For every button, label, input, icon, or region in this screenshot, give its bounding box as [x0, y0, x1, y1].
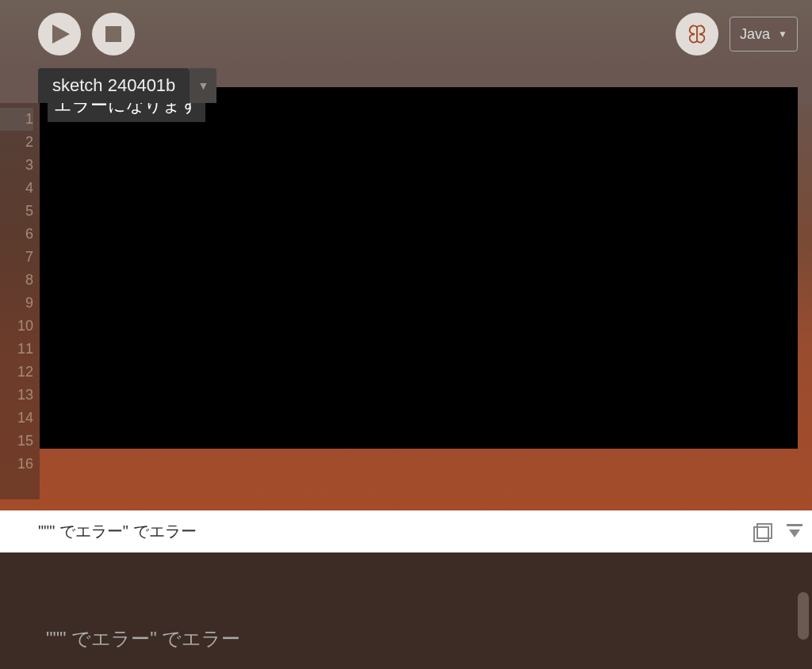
mode-select[interactable]: Java ▼ — [730, 17, 798, 52]
line-number: 7 — [0, 246, 33, 269]
line-number: 5 — [0, 200, 33, 223]
status-message: """ でエラー" でエラー — [38, 521, 197, 542]
copy-icon[interactable] — [753, 523, 771, 541]
toolbar-right: Java ▼ — [676, 13, 798, 55]
console-scrollbar[interactable] — [798, 592, 809, 640]
console-output: """ でエラー" でエラー — [46, 626, 240, 652]
line-number: 10 — [0, 315, 33, 338]
line-number: 11 — [0, 338, 33, 361]
svg-rect-1 — [105, 26, 121, 42]
caret-down-icon: ▼ — [197, 79, 209, 92]
mode-label: Java — [740, 26, 770, 43]
play-icon — [52, 25, 70, 44]
code-editor[interactable]: エラーになります — [40, 87, 798, 449]
status-bar: """ でエラー" でエラー — [0, 510, 812, 552]
line-number: 14 — [0, 407, 33, 430]
line-number: 9 — [0, 292, 33, 315]
stop-button[interactable] — [92, 13, 135, 55]
stop-icon — [105, 26, 121, 42]
line-number: 16 — [0, 453, 33, 476]
status-icons — [753, 523, 802, 541]
caret-down-icon: ▼ — [778, 29, 787, 40]
line-number: 12 — [0, 361, 33, 384]
collapse-icon[interactable] — [787, 524, 802, 540]
run-button[interactable] — [38, 13, 81, 55]
tab-dropdown[interactable]: ▼ — [190, 68, 216, 103]
sketch-tab[interactable]: sketch 240401b — [38, 68, 190, 103]
line-number: 2 — [0, 131, 33, 154]
editor-area: 1 2 3 4 5 6 7 8 9 10 11 12 13 14 15 16 エ… — [0, 103, 812, 510]
line-number: 15 — [0, 430, 33, 453]
line-gutter: 1 2 3 4 5 6 7 8 9 10 11 12 13 14 15 16 — [0, 103, 40, 499]
svg-marker-0 — [52, 25, 70, 44]
line-number: 4 — [0, 177, 33, 200]
line-number: 3 — [0, 154, 33, 177]
console-panel: """ でエラー" でエラー — [0, 552, 812, 669]
debug-button[interactable] — [676, 13, 718, 55]
line-number: 1 — [0, 108, 33, 131]
toolbar-left — [38, 13, 135, 55]
butterfly-icon — [687, 24, 707, 44]
tab-label: sketch 240401b — [52, 75, 175, 96]
line-number: 8 — [0, 269, 33, 292]
toolbar: Java ▼ — [0, 0, 812, 68]
line-number: 13 — [0, 384, 33, 407]
line-number: 6 — [0, 223, 33, 246]
